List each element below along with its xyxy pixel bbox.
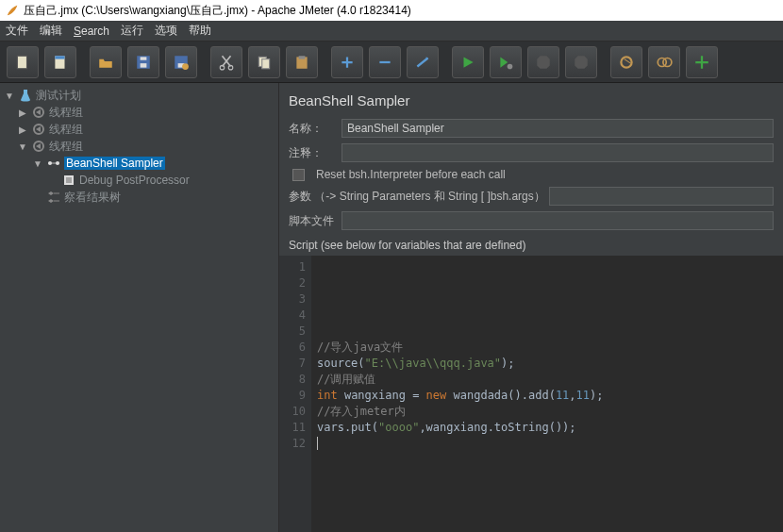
stop-button[interactable]: [527, 46, 559, 78]
menu-search[interactable]: Search: [74, 25, 109, 38]
copy-button[interactable]: [248, 46, 280, 78]
function-helper-button[interactable]: [686, 46, 718, 78]
name-row: 名称：: [279, 116, 783, 141]
reset-checkbox[interactable]: [292, 169, 305, 181]
shutdown-button[interactable]: [565, 46, 597, 78]
toggle-button[interactable]: [407, 46, 439, 78]
menu-run[interactable]: 运行: [121, 23, 143, 39]
app-feather-icon: [6, 4, 19, 17]
open-button[interactable]: [90, 46, 122, 78]
scriptfile-row: 脚本文件: [279, 208, 783, 233]
window-title-bar: 压自己.jmx (C:\Users\wangxiang\压自己.jmx) - A…: [0, 0, 783, 21]
tree-view-results-tree[interactable]: 察看结果树: [0, 189, 278, 206]
comment-input[interactable]: [342, 143, 774, 162]
script-editor[interactable]: 123456789101112 //导入java文件 source("E:\\j…: [279, 256, 783, 532]
params-row: 参数 （-> String Parameters 和 String [ ]bsh…: [279, 184, 783, 208]
svg-rect-2: [55, 56, 64, 58]
editor-code[interactable]: //导入java文件 source("E:\\java\\qqq.java");…: [311, 256, 783, 532]
toolbar: [0, 42, 783, 83]
comment-row: 注释：: [279, 141, 783, 165]
collapse-button[interactable]: [369, 46, 401, 78]
tree-thread-group-3[interactable]: ▼ 线程组: [0, 138, 278, 155]
svg-rect-0: [17, 56, 26, 69]
menu-options[interactable]: 选项: [155, 23, 177, 39]
new-button[interactable]: [7, 46, 39, 78]
svg-point-15: [508, 63, 513, 69]
expand-icon[interactable]: ▼: [32, 158, 43, 169]
start-no-timers-button[interactable]: [490, 46, 522, 78]
params-label: 参数 （-> String Parameters 和 String [ ]bsh…: [289, 189, 545, 205]
svg-marker-16: [537, 56, 550, 69]
window-title: 压自己.jmx (C:\Users\wangxiang\压自己.jmx) - A…: [24, 3, 411, 19]
svg-rect-14: [299, 56, 306, 58]
save-as-button[interactable]: [165, 46, 197, 78]
paste-button[interactable]: [286, 46, 318, 78]
params-input[interactable]: [549, 187, 774, 206]
save-button[interactable]: [127, 46, 159, 78]
menu-help[interactable]: 帮助: [189, 23, 211, 39]
svg-point-20: [663, 58, 672, 66]
tree-thread-group-2[interactable]: ▶ 线程组: [0, 121, 278, 138]
svg-point-24: [48, 161, 52, 165]
collapse-icon[interactable]: ▶: [17, 125, 28, 135]
name-label: 名称：: [289, 121, 336, 137]
reset-label: Reset bsh.Interpreter before each call: [316, 168, 506, 181]
collapse-icon[interactable]: ▶: [17, 108, 28, 118]
panel-title: BeanShell Sampler: [279, 83, 783, 116]
results-tree-icon: [46, 190, 61, 205]
tree-beanshell-sampler[interactable]: ▼ BeanShell Sampler: [0, 155, 278, 172]
svg-rect-4: [141, 63, 147, 68]
svg-point-18: [621, 57, 631, 67]
details-panel: BeanShell Sampler 名称： 注释： Reset bsh.Inte…: [279, 83, 783, 532]
thread-group-icon: [31, 105, 46, 120]
cut-button[interactable]: [210, 46, 242, 78]
templates-button[interactable]: [44, 46, 76, 78]
test-plan-tree[interactable]: ▼ 测试计划 ▶ 线程组 ▶ 线程组 ▼ 线程组 ▼ BeanShell Sam…: [0, 83, 279, 532]
scriptfile-input[interactable]: [342, 211, 774, 230]
postprocessor-icon: [61, 173, 76, 188]
svg-point-25: [56, 161, 59, 165]
expand-icon[interactable]: ▼: [4, 91, 15, 101]
scriptfile-label: 脚本文件: [289, 213, 336, 229]
menu-bar: 文件 编辑 Search 运行 选项 帮助: [0, 21, 783, 42]
tree-thread-group-1[interactable]: ▶ 线程组: [0, 104, 278, 121]
svg-point-8: [182, 63, 189, 70]
expand-button[interactable]: [331, 46, 363, 78]
editor-gutter: 123456789101112: [279, 256, 311, 532]
clear-button[interactable]: [610, 46, 642, 78]
comment-label: 注释：: [289, 145, 336, 161]
svg-rect-12: [262, 58, 270, 68]
tree-test-plan[interactable]: ▼ 测试计划: [0, 87, 278, 104]
start-button[interactable]: [452, 46, 484, 78]
svg-rect-5: [141, 57, 147, 59]
thread-group-icon: [31, 139, 46, 154]
tree-debug-postprocessor[interactable]: Debug PostProcessor: [0, 172, 278, 189]
expand-icon[interactable]: ▼: [17, 141, 28, 152]
sampler-icon: [46, 156, 61, 171]
clear-all-button[interactable]: [648, 46, 680, 78]
name-input[interactable]: [342, 119, 774, 138]
thread-group-icon: [31, 122, 46, 137]
svg-marker-17: [575, 56, 588, 69]
flask-icon: [18, 88, 33, 103]
reset-row: Reset bsh.Interpreter before each call: [279, 165, 783, 184]
menu-edit[interactable]: 编辑: [40, 23, 62, 39]
script-section-label: Script (see below for variables that are…: [279, 233, 783, 256]
menu-file[interactable]: 文件: [6, 23, 28, 39]
